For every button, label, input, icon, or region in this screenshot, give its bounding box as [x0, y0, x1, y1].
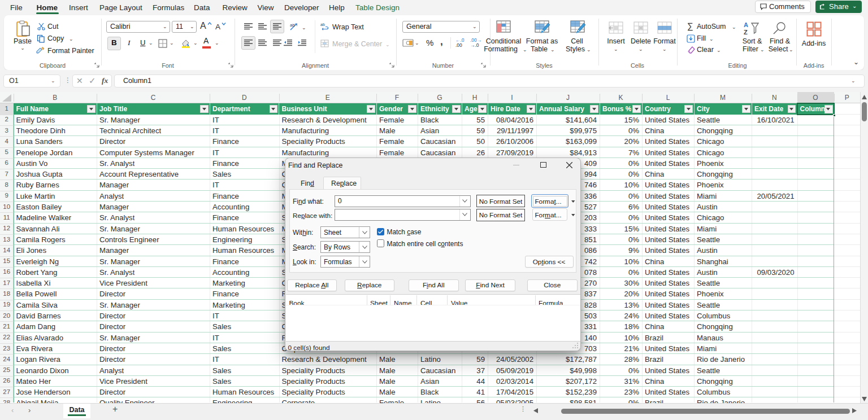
svg-text:ab: ab [320, 23, 325, 27]
svg-text:ab: ab [290, 23, 295, 28]
svg-text:A: A [744, 21, 748, 28]
svg-text:Z: Z [744, 29, 748, 36]
